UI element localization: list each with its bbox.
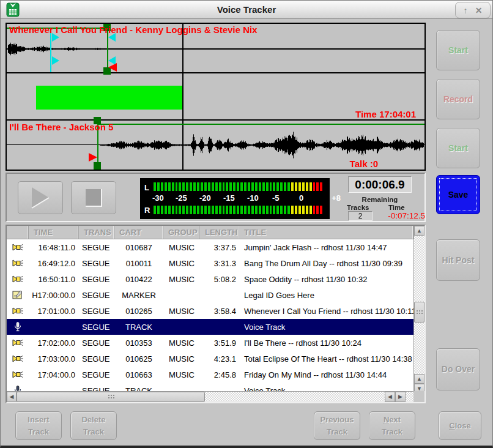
scroll-up-button[interactable]: ▲ bbox=[414, 226, 424, 236]
play-icon bbox=[28, 186, 53, 209]
log-row[interactable]: 16:50:11.0SEGUE010422MUSIC5:08.2Space Od… bbox=[7, 271, 413, 287]
log-cell-group: MUSIC bbox=[163, 370, 200, 379]
log-cell-icon bbox=[7, 242, 29, 252]
log-row[interactable]: 16:48:11.0SEGUE010687MUSIC3:37.5Jumpin' … bbox=[7, 239, 413, 255]
hit-post-button[interactable]: Hit Post bbox=[436, 239, 480, 281]
horizontal-scrollbar[interactable]: ◀ ◀ ▶ bbox=[7, 391, 416, 402]
delete-track-button[interactable]: DeleteTrack bbox=[70, 411, 117, 440]
shade-window-icon[interactable]: ↑ bbox=[463, 6, 467, 15]
meter-scale-tick: -30 bbox=[152, 193, 164, 203]
meter-segment bbox=[273, 182, 275, 191]
meter-segment bbox=[229, 182, 232, 191]
log-rows: 16:48:11.0SEGUE010687MUSIC3:37.5Jumpin' … bbox=[7, 239, 413, 392]
meter-segment bbox=[280, 182, 283, 191]
button-label: Insert bbox=[28, 414, 49, 426]
log-cell-title: Voice Track bbox=[239, 323, 413, 332]
log-cell-trans: SEGUE bbox=[79, 338, 114, 348]
start-bottom-button[interactable]: Start bbox=[436, 128, 480, 168]
log-cell-trans: SEGUE bbox=[79, 243, 114, 252]
close-window-icon[interactable]: ✕ bbox=[475, 6, 483, 15]
insert-track-button[interactable]: InsertTrack bbox=[15, 411, 62, 440]
save-button[interactable]: Save bbox=[436, 175, 480, 214]
vertical-scrollbar[interactable]: ▲ ▲ ▼ bbox=[413, 226, 424, 394]
column-header-cart[interactable]: CART bbox=[114, 226, 163, 239]
meter-segment bbox=[240, 182, 243, 191]
log-cell-icon bbox=[7, 354, 29, 364]
log-cell-icon bbox=[7, 290, 29, 300]
close-button[interactable]: Close bbox=[439, 411, 481, 440]
stop-button[interactable] bbox=[71, 181, 116, 214]
log-row-selected[interactable]: SEGUETRACKVoice Track bbox=[7, 319, 413, 335]
log-row[interactable]: 16:49:12.0SEGUE010011MUSIC3:31.3Bang The… bbox=[7, 255, 413, 271]
column-header-trans[interactable]: TRANS bbox=[79, 226, 114, 239]
log-cell-time: 16:48:11.0 bbox=[29, 243, 79, 252]
meter-segment bbox=[237, 206, 239, 214]
meter-segment bbox=[259, 182, 261, 191]
log-row[interactable]: 17:02:00.0SEGUE010353MUSIC3:51.9I'll Be … bbox=[7, 335, 413, 351]
log-cell-title: Friday On My Mind -- rdhost 11/30 14:44 bbox=[239, 370, 413, 379]
waveform-display[interactable] bbox=[7, 24, 424, 170]
elapsed-time-display: 0:00:06.9 bbox=[348, 176, 412, 193]
track-editor[interactable]: Whenever I Call You Friend - Kenny Loggi… bbox=[6, 23, 426, 171]
log-cell-group: MUSIC bbox=[163, 338, 200, 348]
log-row[interactable]: H17:00:00.0SEGUEMARKERLegal ID Goes Here bbox=[7, 287, 413, 303]
log-cell-icon bbox=[7, 258, 29, 268]
meter-segment bbox=[197, 182, 199, 191]
column-header-group[interactable]: GROUP bbox=[163, 226, 200, 239]
meter-segment bbox=[229, 206, 232, 214]
meter-segment bbox=[176, 182, 178, 191]
meter-segment bbox=[154, 206, 156, 214]
talk-label: Talk :0 bbox=[350, 159, 378, 169]
meter-segment bbox=[208, 206, 210, 214]
log-row[interactable]: 17:03:00.0SEGUE010625MUSIC4:23.1Total Ec… bbox=[7, 351, 413, 367]
meter-segment bbox=[179, 182, 181, 191]
play-button[interactable] bbox=[18, 181, 63, 214]
meter-segment bbox=[251, 206, 254, 214]
meter-segment bbox=[259, 206, 261, 214]
log-cell-icon bbox=[7, 274, 29, 284]
time-label: Time 17:04:01 bbox=[355, 109, 416, 119]
meter-segment bbox=[240, 206, 243, 214]
meter-segment bbox=[316, 182, 319, 191]
next-track-button[interactable]: NextTrack bbox=[369, 411, 415, 440]
titlebar[interactable]: Voice Tracker ↑ ✕ bbox=[1, 1, 492, 19]
log-cell-length: 3:51.9 bbox=[200, 338, 239, 348]
button-label: Start bbox=[448, 142, 468, 155]
column-header-time[interactable]: TIME bbox=[29, 226, 79, 239]
log-row[interactable]: 17:01:00.0SEGUE010265MUSIC3:58.4Whenever… bbox=[7, 303, 413, 319]
column-header-title[interactable]: TITLE bbox=[239, 226, 413, 239]
do-over-button[interactable]: Do Over bbox=[436, 348, 480, 390]
button-label: Start bbox=[448, 44, 468, 57]
record-button[interactable]: Record bbox=[436, 79, 480, 119]
meter-segment bbox=[248, 206, 250, 214]
remaining-tracks-value: 2 bbox=[348, 211, 373, 221]
voice-tracker-window: Voice Tracker ↑ ✕ Whenever I Call You Fr… bbox=[0, 0, 493, 448]
log-cell-title: Bang The Drum All Day -- rdhost 11/30 09… bbox=[239, 259, 413, 268]
hscroll-thumb[interactable] bbox=[17, 392, 205, 402]
start-top-button[interactable]: Start bbox=[436, 30, 480, 70]
previous-track-button[interactable]: PreviousTrack bbox=[314, 411, 360, 440]
meter-right-bar bbox=[154, 206, 322, 214]
scroll-left-button[interactable]: ◀ bbox=[7, 392, 17, 402]
meter-segment bbox=[204, 206, 207, 214]
stop-icon bbox=[83, 187, 104, 208]
log-cell-time: 17:03:00.0 bbox=[29, 354, 79, 364]
vscroll-thumb[interactable] bbox=[414, 302, 424, 323]
button-label: Track bbox=[28, 426, 49, 438]
scroll-up-button-2[interactable]: ▲ bbox=[414, 374, 424, 384]
meter-scale-tick: -15 bbox=[223, 193, 235, 203]
button-label: Close bbox=[449, 420, 470, 432]
meter-segment bbox=[273, 206, 275, 214]
log-cell-time: H17:00:00.0 bbox=[29, 291, 79, 300]
log-row[interactable]: 17:04:00.0SEGUE010663MUSIC2:45.8Friday O… bbox=[7, 367, 413, 383]
scroll-left-button-2[interactable]: ◀ bbox=[385, 392, 395, 402]
meter-segment bbox=[287, 182, 290, 191]
meter-segment bbox=[295, 206, 297, 214]
meter-segment bbox=[182, 182, 185, 191]
meter-segment bbox=[276, 206, 279, 214]
column-header-icon[interactable] bbox=[7, 226, 29, 239]
scroll-right-button[interactable]: ▶ bbox=[395, 392, 406, 402]
column-header-length[interactable]: LENGTH bbox=[200, 226, 239, 239]
meter-segment bbox=[215, 206, 218, 214]
log-cell-icon bbox=[7, 370, 29, 379]
